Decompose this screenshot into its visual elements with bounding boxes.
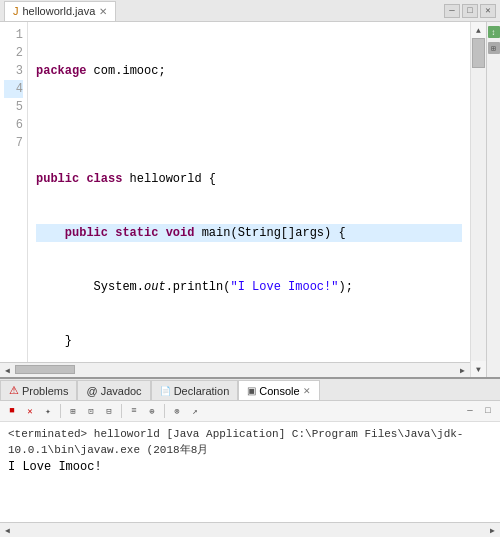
tab-filename: helloworld.java: [23, 5, 96, 17]
paste-button[interactable]: ⊡: [83, 403, 99, 419]
code-editor[interactable]: package com.imooc; public class hellowor…: [28, 22, 470, 362]
v-scroll-thumb[interactable]: [472, 38, 485, 68]
java-file-icon: J: [13, 5, 19, 17]
scroll-right-icon[interactable]: ▶: [455, 363, 470, 378]
toolbar-separator-2: [121, 404, 122, 418]
console-output: <terminated> helloworld [Java Applicatio…: [0, 422, 500, 522]
console-tabs: ⚠ Problems @ Javadoc 📄 Declaration ▣ Con…: [0, 379, 500, 401]
editor-tab[interactable]: J helloworld.java ✕: [4, 1, 116, 21]
scroll-left-icon[interactable]: ◀: [0, 363, 15, 378]
panel-icon-2[interactable]: ⊞: [488, 42, 500, 54]
terminate-button[interactable]: ✕: [22, 403, 38, 419]
console-close-icon[interactable]: ✕: [303, 386, 311, 396]
far-right-panel: ↕ ⊞: [486, 22, 500, 377]
v-scroll-track[interactable]: [471, 38, 486, 361]
code-line-6: }: [36, 332, 462, 350]
clear-button[interactable]: ⊟: [101, 403, 117, 419]
javadoc-icon: @: [86, 385, 97, 397]
h-scroll-track[interactable]: [15, 363, 455, 377]
problems-icon: ⚠: [9, 384, 19, 397]
line-num-1: 1: [4, 26, 23, 44]
scroll-down-icon[interactable]: ▼: [471, 361, 487, 377]
problems-label: Problems: [22, 385, 68, 397]
code-line-4: public static void main(String[]args) {: [36, 224, 462, 242]
toolbar-separator-1: [60, 404, 61, 418]
stop-button[interactable]: ■: [4, 403, 20, 419]
line-num-6: 6: [4, 116, 23, 134]
code-line-3: public class helloworld {: [36, 170, 462, 188]
console-text-output: I Love Imooc!: [8, 458, 492, 476]
copy-button[interactable]: ⊞: [65, 403, 81, 419]
tab-problems[interactable]: ⚠ Problems: [0, 380, 77, 400]
code-line-2: [36, 116, 462, 134]
line-num-7: 7: [4, 134, 23, 152]
code-line-5: System.out.println("I Love Imooc!");: [36, 278, 462, 296]
minimize-button[interactable]: —: [444, 4, 460, 18]
line-num-2: 2: [4, 44, 23, 62]
tab-javadoc[interactable]: @ Javadoc: [77, 380, 150, 400]
console-status: <terminated> helloworld [Java Applicatio…: [8, 426, 492, 458]
line-num-3: 3: [4, 62, 23, 80]
line-numbers: 1 2 3 4 5 6 7: [0, 22, 28, 362]
word-wrap-button[interactable]: ⊕: [144, 403, 160, 419]
tab-declaration[interactable]: 📄 Declaration: [151, 380, 239, 400]
editor-container: 1 2 3 4 5 6 7 package com.imooc; public …: [0, 22, 500, 377]
maximize-button[interactable]: □: [462, 4, 478, 18]
title-bar: J helloworld.java ✕ — □ ✕: [0, 0, 500, 22]
maximize-console-button[interactable]: □: [480, 403, 496, 419]
vertical-scrollbar[interactable]: ▲ ▼: [470, 22, 486, 377]
code-area[interactable]: 1 2 3 4 5 6 7 package com.imooc; public …: [0, 22, 470, 362]
scroll-lock-button[interactable]: ≡: [126, 403, 142, 419]
editor-main: 1 2 3 4 5 6 7 package com.imooc; public …: [0, 22, 470, 377]
h-scroll-thumb[interactable]: [15, 365, 75, 374]
toolbar-separator-3: [164, 404, 165, 418]
panel-icon-1[interactable]: ↕: [488, 26, 500, 38]
javadoc-label: Javadoc: [101, 385, 142, 397]
minimize-console-button[interactable]: —: [462, 403, 478, 419]
line-num-4: 4: [4, 80, 23, 98]
pin-button[interactable]: ⊗: [169, 403, 185, 419]
horizontal-scrollbar[interactable]: ◀ ▶: [0, 362, 470, 377]
console-label: Console: [259, 385, 299, 397]
declaration-icon: 📄: [160, 386, 171, 396]
close-button[interactable]: ✕: [480, 4, 496, 18]
tab-console[interactable]: ▣ Console ✕: [238, 380, 319, 400]
console-scroll-left-icon[interactable]: ◀: [0, 523, 15, 538]
console-scroll-right-icon[interactable]: ▶: [485, 523, 500, 538]
declaration-label: Declaration: [174, 385, 230, 397]
console-horizontal-scrollbar[interactable]: ◀ ▶: [0, 522, 500, 537]
open-console-button[interactable]: ↗: [187, 403, 203, 419]
window-controls: — □ ✕: [444, 4, 496, 18]
code-line-1: package com.imooc;: [36, 62, 462, 80]
line-num-5: 5: [4, 98, 23, 116]
console-icon: ▣: [247, 385, 256, 396]
scroll-up-icon[interactable]: ▲: [471, 22, 487, 38]
console-section: ⚠ Problems @ Javadoc 📄 Declaration ▣ Con…: [0, 377, 500, 537]
console-toolbar: ■ ✕ ✦ ⊞ ⊡ ⊟ ≡ ⊕ ⊗ ↗ — □: [0, 401, 500, 422]
console-h-scroll-track[interactable]: [15, 523, 485, 537]
tab-close-icon[interactable]: ✕: [99, 6, 107, 17]
remove-button[interactable]: ✦: [40, 403, 56, 419]
